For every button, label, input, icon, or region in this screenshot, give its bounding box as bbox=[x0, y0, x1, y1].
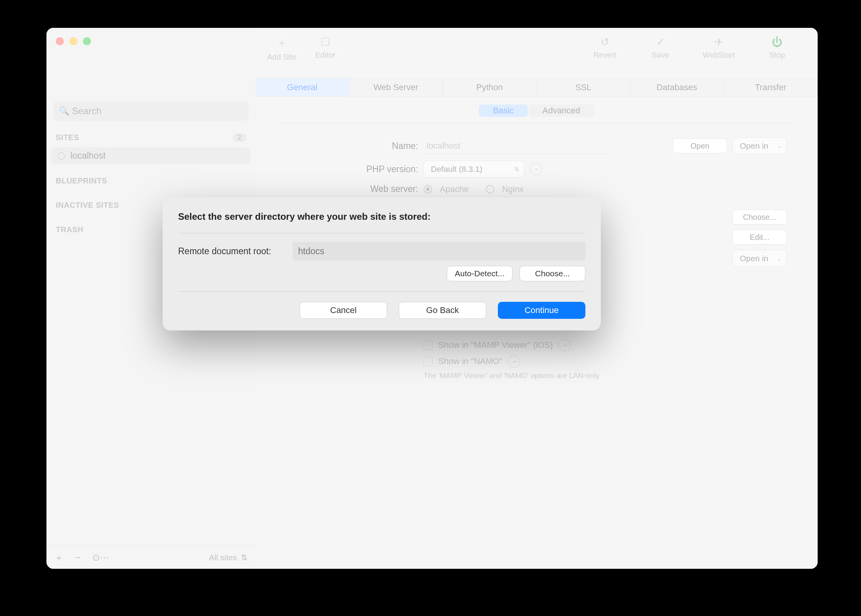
stop-label: Stop bbox=[769, 51, 785, 60]
remote-root-input[interactable] bbox=[293, 242, 585, 260]
search-wrap: 🔍 bbox=[53, 101, 249, 121]
maximize-window-button[interactable] bbox=[83, 37, 91, 45]
stop-button[interactable]: ⏻Stop bbox=[763, 36, 791, 60]
sidebar-bottom-bar: ＋ − ⊙⋯ All sites ⇅ bbox=[46, 546, 256, 569]
open-button[interactable]: Open bbox=[673, 139, 727, 153]
mamp-viewer-label: Show in "MAMP Viewer" (iOS) bbox=[438, 340, 553, 350]
namo-action[interactable]: → bbox=[508, 355, 520, 368]
lan-hint: The 'MAMP Viewer' and 'NAMO' options are… bbox=[424, 371, 787, 380]
choose-button[interactable]: Choose... bbox=[732, 210, 787, 224]
tab-ssl[interactable]: SSL bbox=[537, 79, 630, 96]
tab-python[interactable]: Python bbox=[443, 79, 537, 96]
revert-label: Revert bbox=[593, 51, 616, 60]
continue-button[interactable]: Continue bbox=[498, 302, 585, 319]
close-window-button[interactable] bbox=[56, 37, 64, 45]
apache-label: Apache bbox=[440, 184, 469, 194]
minimize-window-button[interactable] bbox=[69, 37, 77, 45]
toolbar: ＋Add Site ☐Editor ↺Revert ✓Save ✈WebStar… bbox=[256, 28, 818, 78]
dialog-title: Select the server directory where your w… bbox=[178, 211, 585, 222]
add-site-label: Add Site bbox=[267, 53, 297, 62]
webstart-button[interactable]: ✈WebStart bbox=[703, 36, 735, 60]
chevron-down-icon: ⌄ bbox=[777, 143, 782, 149]
webserver-label: Web server: bbox=[286, 184, 418, 194]
blueprints-header[interactable]: BLUEPRINTS bbox=[46, 173, 256, 188]
cancel-button[interactable]: Cancel bbox=[300, 302, 387, 319]
php-value: Default (8.3.1) bbox=[431, 164, 482, 174]
site-status-icon bbox=[57, 152, 65, 160]
server-directory-dialog: Select the server directory where your w… bbox=[163, 197, 601, 330]
main-tabs: General Web Server Python SSL Databases … bbox=[256, 78, 818, 97]
updown-icon: ⇅ bbox=[515, 166, 519, 172]
editor-icon: ☐ bbox=[321, 36, 330, 48]
tab-webserver[interactable]: Web Server bbox=[349, 79, 443, 96]
search-icon: 🔍 bbox=[59, 106, 69, 116]
go-back-button[interactable]: Go Back bbox=[399, 302, 486, 319]
openin-label: Open in bbox=[740, 141, 768, 151]
plane-icon: ✈ bbox=[714, 36, 723, 48]
subtab-basic[interactable]: Basic bbox=[479, 104, 528, 117]
revert-button[interactable]: ↺Revert bbox=[591, 36, 618, 60]
namo-row: Show in "NAMO" → bbox=[424, 355, 787, 368]
mamp-viewer-row: Show in "MAMP Viewer" (iOS) → bbox=[424, 339, 787, 351]
tab-databases[interactable]: Databases bbox=[630, 79, 724, 96]
webstart-label: WebStart bbox=[703, 51, 735, 60]
save-button[interactable]: ✓Save bbox=[647, 36, 674, 60]
editor-button[interactable]: ☐Editor bbox=[312, 36, 339, 60]
openin2-label: Open in bbox=[740, 254, 768, 263]
nginx-label: Nginx bbox=[502, 184, 524, 194]
plus-icon: ＋ bbox=[276, 36, 287, 50]
tab-transfer[interactable]: Transfer bbox=[724, 79, 818, 96]
editor-label: Editor bbox=[315, 51, 335, 60]
more-icon[interactable]: ⊙⋯ bbox=[92, 552, 109, 563]
sites-header[interactable]: SITES 2 bbox=[46, 130, 256, 145]
remote-root-label: Remote document root: bbox=[178, 246, 286, 257]
radio-apache[interactable] bbox=[424, 185, 432, 193]
power-icon: ⏻ bbox=[772, 36, 782, 48]
name-input[interactable] bbox=[424, 138, 609, 154]
tab-general[interactable]: General bbox=[256, 79, 349, 96]
sidebar-filter-select[interactable]: All sites ⇅ bbox=[209, 553, 248, 562]
blueprints-label: BLUEPRINTS bbox=[56, 176, 107, 185]
sites-label: SITES bbox=[56, 133, 79, 142]
check-icon: ✓ bbox=[656, 36, 665, 48]
mamp-viewer-checkbox[interactable] bbox=[424, 341, 433, 350]
namo-label: Show in "NAMO" bbox=[438, 356, 503, 366]
php-label: PHP version: bbox=[286, 164, 418, 175]
auto-detect-button[interactable]: Auto-Detect... bbox=[447, 266, 513, 281]
revert-icon: ↺ bbox=[600, 36, 609, 48]
choose-dir-button[interactable]: Choose... bbox=[520, 266, 585, 281]
open-in-2-select[interactable]: Open in⌄ bbox=[732, 250, 787, 267]
save-label: Save bbox=[652, 51, 669, 60]
remove-site-icon[interactable]: − bbox=[75, 552, 81, 563]
radio-nginx[interactable] bbox=[486, 185, 494, 193]
sites-count-badge: 2 bbox=[233, 133, 246, 142]
php-version-select[interactable]: Default (8.3.1)⇅ bbox=[424, 161, 524, 178]
search-input[interactable] bbox=[53, 101, 249, 121]
php-action-button[interactable]: → bbox=[530, 163, 542, 175]
chevron-down-icon: ⌄ bbox=[777, 255, 782, 262]
inactive-label: INACTIVE SITES bbox=[56, 201, 119, 210]
add-site-icon[interactable]: ＋ bbox=[54, 551, 63, 564]
sidebar-item-localhost[interactable]: localhost bbox=[51, 147, 251, 164]
traffic-lights bbox=[56, 37, 91, 45]
mamp-viewer-action[interactable]: → bbox=[558, 339, 571, 351]
namo-checkbox[interactable] bbox=[424, 357, 433, 366]
name-label: Name: bbox=[286, 141, 418, 151]
sidebar-item-label: localhost bbox=[70, 151, 106, 161]
add-site-button[interactable]: ＋Add Site bbox=[267, 36, 297, 62]
filter-label: All sites bbox=[209, 553, 237, 562]
updown-icon: ⇅ bbox=[241, 553, 248, 562]
open-in-select[interactable]: Open in⌄ bbox=[732, 137, 787, 154]
edit-button[interactable]: Edit... bbox=[732, 230, 787, 245]
subtab-advanced[interactable]: Advanced bbox=[528, 104, 594, 117]
trash-label: TRASH bbox=[56, 225, 83, 234]
subtabs: Basic Advanced bbox=[256, 104, 818, 117]
